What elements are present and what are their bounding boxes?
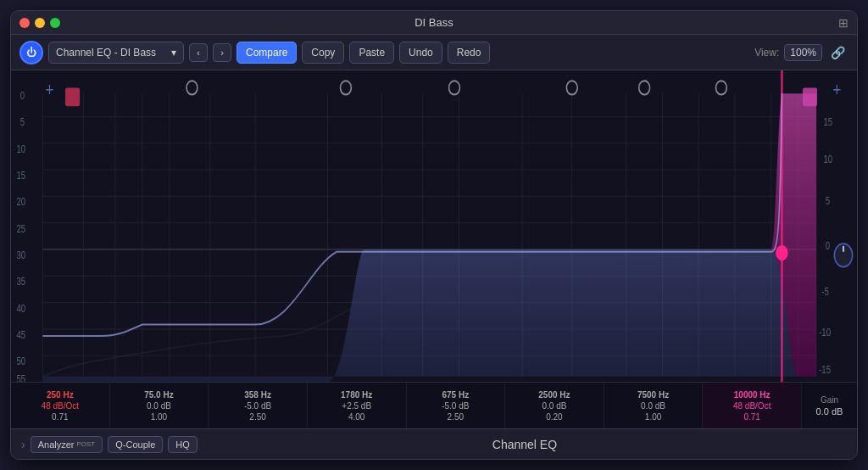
svg-point-72 <box>186 81 198 94</box>
band-7-params[interactable]: 7500 Hz 0.0 dB 1.00 <box>604 383 704 428</box>
q-couple-button[interactable]: Q-Couple <box>108 436 163 453</box>
power-button[interactable]: ⏻ <box>19 41 43 64</box>
svg-text:15: 15 <box>16 170 25 181</box>
svg-text:+: + <box>832 79 841 99</box>
svg-rect-71 <box>65 87 80 106</box>
band-8-gain: 48 dB/Oct <box>733 401 771 411</box>
svg-text:50: 50 <box>16 355 25 366</box>
band-8-q: 0.71 <box>743 412 760 422</box>
analyzer-button[interactable]: AnalyzerPOST <box>31 436 103 453</box>
band-7-freq: 7500 Hz <box>637 390 669 400</box>
eq-curve-svg: 0 5 10 15 20 25 30 35 40 45 50 55 60 15 … <box>11 70 857 428</box>
link-icon[interactable]: 🔗 <box>827 44 849 61</box>
band-2-freq: 75.0 Hz <box>144 390 173 400</box>
band-3-gain: -5.0 dB <box>244 401 271 411</box>
svg-text:45: 45 <box>16 329 25 340</box>
band-7-gain: 0.0 dB <box>641 401 665 411</box>
gain-label: Gain <box>821 395 838 405</box>
main-window: DI Bass ⊞ ⏻ Channel EQ - DI Bass ▾ ‹ › C… <box>10 10 858 460</box>
gain-value: 0.0 dB <box>816 406 843 417</box>
preset-dropdown[interactable]: Channel EQ - DI Bass ▾ <box>48 42 184 64</box>
band-8-params[interactable]: 10000 Hz 48 dB/Oct 0.71 <box>703 383 802 428</box>
maximize-button[interactable] <box>50 18 60 28</box>
band-1-q: 0.71 <box>52 412 68 422</box>
title-bar: DI Bass ⊞ <box>11 11 857 35</box>
band-4-gain: +2.5 dB <box>342 401 371 411</box>
band-5-freq: 675 Hz <box>442 390 469 400</box>
svg-text:0: 0 <box>20 90 25 101</box>
svg-point-77 <box>715 81 726 94</box>
band-8-freq: 10000 Hz <box>734 390 771 400</box>
preset-name: Channel EQ - DI Bass <box>56 47 156 59</box>
redo-button[interactable]: Redo <box>448 42 491 64</box>
paste-button[interactable]: Paste <box>349 42 394 64</box>
svg-text:10: 10 <box>16 143 25 154</box>
svg-text:30: 30 <box>16 249 25 260</box>
nav-back-button[interactable]: ‹ <box>189 43 208 62</box>
svg-text:-15: -15 <box>819 364 831 375</box>
band-4-freq: 1780 Hz <box>341 390 372 400</box>
svg-text:5: 5 <box>20 116 25 127</box>
window-title: DI Bass <box>415 16 453 29</box>
expand-button[interactable]: ⊞ <box>838 16 849 30</box>
view-value[interactable]: 100% <box>784 44 822 61</box>
band-params-row: 250 Hz 48 dB/Oct 0.71 75.0 Hz 0.0 dB 1.0… <box>11 382 857 428</box>
band-2-params[interactable]: 75.0 Hz 0.0 dB 1.00 <box>110 383 209 428</box>
band-6-q: 0.20 <box>546 412 562 422</box>
band-1-params[interactable]: 250 Hz 48 dB/Oct 0.71 <box>11 383 110 428</box>
svg-text:0: 0 <box>826 240 830 251</box>
analyzer-sup: POST <box>76 440 95 448</box>
svg-text:20: 20 <box>16 196 25 207</box>
collapse-chevron[interactable]: › <box>21 438 25 451</box>
band-1-gain: 48 dB/Oct <box>42 401 79 411</box>
svg-point-76 <box>639 81 650 94</box>
band-1-freq: 250 Hz <box>47 390 74 400</box>
view-label: View: <box>754 47 779 59</box>
band-2-gain: 0.0 dB <box>147 401 171 411</box>
svg-text:-10: -10 <box>819 327 831 338</box>
analyzer-label: Analyzer <box>38 439 75 450</box>
band-4-params[interactable]: 1780 Hz +2.5 dB 4.00 <box>308 383 407 428</box>
svg-text:+: + <box>46 79 54 99</box>
svg-point-74 <box>449 81 460 94</box>
copy-button[interactable]: Copy <box>302 42 344 64</box>
svg-text:-5: -5 <box>821 286 829 297</box>
bottom-center: Channel EQ <box>203 438 847 451</box>
power-icon: ⏻ <box>26 47 36 59</box>
svg-text:35: 35 <box>16 276 25 287</box>
band-6-freq: 2500 Hz <box>538 390 570 400</box>
close-button[interactable] <box>19 18 30 28</box>
bottom-bar: › AnalyzerPOST Q-Couple HQ Channel EQ <box>11 428 857 459</box>
band-3-q: 2.50 <box>249 412 265 422</box>
band-3-freq: 358 Hz <box>244 390 271 400</box>
minimize-button[interactable] <box>35 18 45 28</box>
svg-point-78 <box>776 246 787 260</box>
band-2-q: 1.00 <box>151 412 167 422</box>
svg-point-73 <box>341 81 352 94</box>
band-6-gain: 0.0 dB <box>542 401 566 411</box>
band-6-params[interactable]: 2500 Hz 0.0 dB 0.20 <box>505 383 604 428</box>
svg-text:15: 15 <box>824 116 833 127</box>
plugin-title: Channel EQ <box>492 438 557 451</box>
nav-forward-button[interactable]: › <box>213 43 231 62</box>
toolbar: ⏻ Channel EQ - DI Bass ▾ ‹ › Compare Cop… <box>11 35 857 70</box>
compare-button[interactable]: Compare <box>236 42 297 64</box>
traffic-lights <box>19 18 60 28</box>
svg-text:25: 25 <box>16 222 25 233</box>
band-5-params[interactable]: 675 Hz -5.0 dB 2.50 <box>407 383 506 428</box>
band-7-q: 1.00 <box>645 412 661 422</box>
dropdown-arrow-icon: ▾ <box>171 47 176 59</box>
svg-text:10: 10 <box>824 154 833 165</box>
hq-button[interactable]: HQ <box>168 436 198 453</box>
undo-button[interactable]: Undo <box>399 42 442 64</box>
band-5-gain: -5.0 dB <box>442 401 469 411</box>
band-3-params[interactable]: 358 Hz -5.0 dB 2.50 <box>209 383 308 428</box>
svg-rect-79 <box>803 87 817 106</box>
svg-text:40: 40 <box>16 302 25 313</box>
eq-display[interactable]: 0 5 10 15 20 25 30 35 40 45 50 55 60 15 … <box>11 70 857 428</box>
svg-text:5: 5 <box>826 195 830 206</box>
band-5-q: 2.50 <box>448 412 464 422</box>
gain-col: Gain 0.0 dB <box>802 383 857 428</box>
svg-point-75 <box>566 81 577 94</box>
band-4-q: 4.00 <box>348 412 364 422</box>
